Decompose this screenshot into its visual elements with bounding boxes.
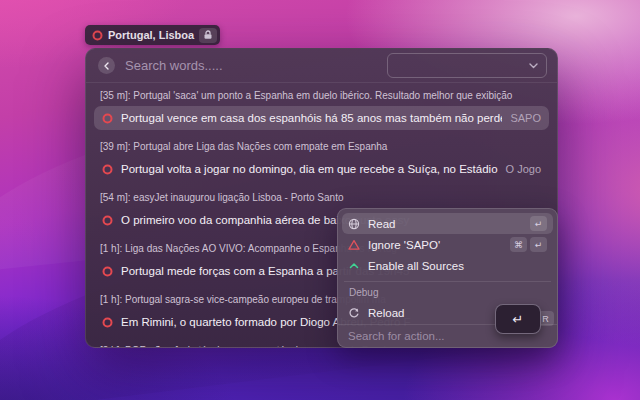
action-read[interactable]: Read ↵: [342, 213, 553, 234]
news-ring-icon: [102, 317, 113, 328]
caret-up-icon: [348, 260, 360, 272]
news-row[interactable]: Portugal vence em casa dos espanhóis há …: [94, 106, 549, 130]
news-title: Portugal vence em casa dos espanhóis há …: [121, 112, 502, 124]
action-label: Enable all Sources: [368, 260, 547, 272]
news-ring-icon: [102, 164, 113, 175]
pressed-return-keycap: ↵: [495, 304, 541, 334]
actions-panel: Read ↵ Ignore 'SAPO' ⌘ ↵ Enable all Sour…: [337, 208, 558, 348]
return-keycap: ↵: [530, 237, 547, 252]
lock-icon: [199, 28, 217, 43]
section-header: [39 m]: Portugal abre Liga das Nações co…: [100, 140, 549, 154]
location-tag[interactable]: Portugal, Lisboa: [85, 25, 220, 45]
action-label: Read: [368, 218, 522, 230]
divider: [344, 281, 551, 282]
news-ring-icon: [102, 266, 113, 277]
reload-icon: [348, 307, 360, 319]
return-keycap: ↵: [530, 216, 547, 231]
news-ring-icon: [102, 215, 113, 226]
location-tag-label: Portugal, Lisboa: [108, 29, 194, 41]
action-enable-all-sources[interactable]: Enable all Sources: [342, 255, 553, 276]
debug-section-label: Debug: [349, 287, 553, 298]
action-label: Ignore 'SAPO': [368, 239, 502, 251]
search-bar: [86, 49, 557, 83]
command-keycap: ⌘: [510, 237, 527, 252]
news-source: SAPO: [510, 112, 541, 124]
news-row[interactable]: Portugal volta a jogar no domingo, dia e…: [94, 157, 549, 181]
warning-triangle-icon: [348, 239, 360, 251]
news-source: O Jogo: [506, 163, 541, 175]
chevron-down-icon: [529, 63, 538, 69]
news-title: Portugal volta a jogar no domingo, dia e…: [121, 163, 498, 175]
back-button[interactable]: [98, 57, 115, 74]
section-header: [54 m]: easyJet inaugurou ligação Lisboa…: [100, 191, 549, 205]
record-ring-icon: [92, 30, 103, 41]
globe-icon: [348, 218, 360, 230]
news-ring-icon: [102, 113, 113, 124]
screen: Portugal, Lisboa [35 m]: Portugal 'saca'…: [0, 0, 640, 400]
sources-dropdown[interactable]: [387, 53, 547, 78]
section-header: [35 m]: Portugal 'saca' um ponto a Espan…: [100, 89, 549, 103]
search-input[interactable]: [125, 58, 387, 73]
action-ignore-source[interactable]: Ignore 'SAPO' ⌘ ↵: [342, 234, 553, 255]
